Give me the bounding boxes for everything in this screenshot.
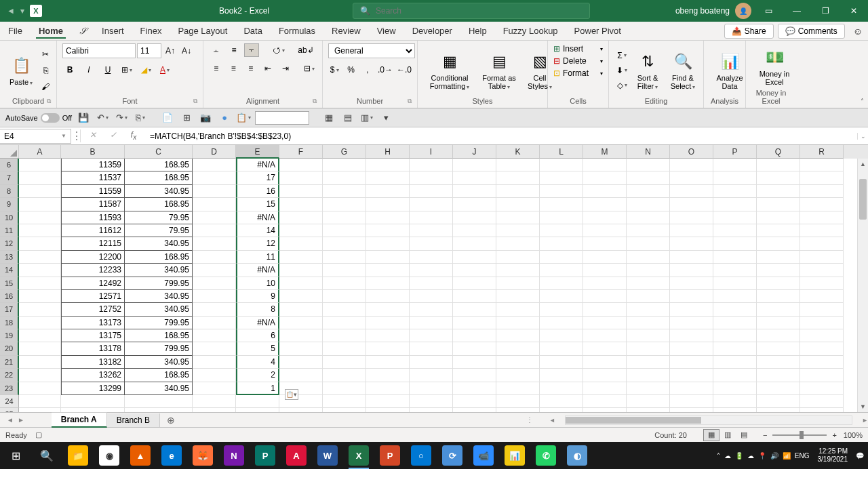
tab-fuzzy-lookup[interactable]: Fuzzy Lookup — [500, 23, 561, 39]
cell[interactable] — [19, 329, 61, 342]
cell[interactable] — [366, 251, 410, 264]
cell[interactable]: #N/A — [236, 211, 279, 224]
cell[interactable]: 340.95 — [125, 290, 193, 303]
cell[interactable] — [496, 382, 540, 395]
cell[interactable] — [800, 277, 844, 290]
zoom-level[interactable]: 100% — [844, 431, 863, 439]
comma-icon[interactable]: , — [361, 63, 374, 77]
onenote-icon[interactable]: N — [218, 442, 250, 469]
back-icon[interactable]: ◄ — [7, 6, 15, 16]
cell[interactable] — [713, 290, 757, 303]
cell[interactable] — [279, 290, 323, 303]
cell[interactable] — [410, 198, 453, 211]
cell[interactable] — [366, 356, 410, 369]
cell[interactable] — [366, 342, 410, 355]
cell[interactable] — [323, 277, 366, 290]
vertical-scrollbar[interactable]: ▲ ▼ — [857, 159, 868, 412]
cell[interactable] — [496, 356, 540, 369]
cell[interactable] — [323, 408, 366, 412]
cell[interactable] — [583, 264, 627, 277]
row-header[interactable]: 11 — [0, 224, 19, 237]
history-icon[interactable]: ▾ — [20, 6, 24, 16]
qat-input[interactable] — [255, 111, 309, 125]
cell[interactable] — [757, 237, 800, 250]
col-header-J[interactable]: J — [453, 145, 496, 159]
cell[interactable] — [627, 211, 670, 224]
cell[interactable] — [193, 408, 236, 412]
cell[interactable] — [279, 329, 323, 342]
tray-onedrive-icon[interactable]: ☁ — [747, 452, 754, 460]
row-header[interactable]: 13 — [0, 251, 19, 264]
feedback-icon[interactable]: ☺ — [853, 26, 863, 37]
cell[interactable] — [19, 264, 61, 277]
scroll-down-icon[interactable]: ▼ — [858, 401, 868, 412]
cell[interactable] — [627, 171, 670, 184]
cell[interactable] — [496, 159, 540, 171]
format-as-table-button[interactable]: ▤Format as Table — [477, 49, 521, 92]
cell[interactable] — [757, 290, 800, 303]
cell[interactable] — [366, 329, 410, 342]
cell[interactable] — [757, 369, 800, 382]
cell[interactable] — [800, 251, 844, 264]
cell[interactable] — [670, 329, 713, 342]
cell[interactable]: 79.95 — [125, 224, 193, 237]
cell[interactable] — [540, 277, 583, 290]
cell[interactable] — [410, 303, 453, 316]
cell[interactable] — [19, 356, 61, 369]
cell[interactable]: #N/A — [236, 159, 279, 171]
cell[interactable]: 9 — [236, 290, 279, 303]
cell[interactable] — [583, 211, 627, 224]
qat-12-icon[interactable]: ▥ — [359, 110, 374, 125]
zoom-app-icon[interactable]: 📹 — [468, 442, 499, 469]
cell[interactable] — [279, 342, 323, 355]
cell[interactable] — [583, 369, 627, 382]
alignment-launcher-icon[interactable]: ⧉ — [313, 98, 317, 105]
cell[interactable]: 15 — [236, 198, 279, 211]
cell[interactable] — [713, 159, 757, 171]
cell[interactable]: 11359 — [61, 159, 125, 171]
cell[interactable] — [713, 395, 757, 408]
cell[interactable]: #N/A — [236, 317, 279, 329]
cell[interactable] — [19, 277, 61, 290]
tray-cloud-icon[interactable]: ☁ — [724, 452, 731, 460]
cell[interactable] — [279, 408, 323, 412]
select-all-corner[interactable] — [0, 145, 19, 159]
cell[interactable] — [627, 264, 670, 277]
cell[interactable]: 168.95 — [125, 369, 193, 382]
cell[interactable] — [453, 356, 496, 369]
cell[interactable] — [323, 382, 366, 395]
cell[interactable] — [193, 342, 236, 355]
cell[interactable] — [800, 329, 844, 342]
cell[interactable] — [366, 408, 410, 412]
cell[interactable] — [670, 251, 713, 264]
cell[interactable] — [323, 303, 366, 316]
cell[interactable] — [713, 317, 757, 329]
cell[interactable] — [540, 382, 583, 395]
cell[interactable] — [670, 185, 713, 198]
qat-7-icon[interactable]: 📷 — [198, 110, 213, 125]
cell[interactable] — [236, 395, 279, 408]
row-header[interactable]: 25 — [0, 408, 19, 412]
col-header-G[interactable]: G — [323, 145, 366, 159]
normal-view-icon[interactable]: ▦ — [703, 429, 719, 441]
col-header-E[interactable]: E — [236, 145, 279, 159]
tray-notifications-icon[interactable]: 💬 — [856, 452, 864, 460]
format-cells-button[interactable]: ⊡Format▾ — [553, 68, 603, 79]
cell[interactable] — [366, 277, 410, 290]
tray-volume-icon[interactable]: 🔊 — [770, 452, 778, 460]
cell[interactable] — [193, 395, 236, 408]
cell[interactable] — [583, 224, 627, 237]
cell[interactable]: 168.95 — [125, 198, 193, 211]
tray-wifi-icon[interactable]: 📶 — [783, 452, 791, 460]
cell[interactable] — [670, 290, 713, 303]
cell[interactable] — [19, 237, 61, 250]
cell[interactable] — [410, 224, 453, 237]
cell[interactable] — [713, 171, 757, 184]
tab-script[interactable]: 𝒮 — [77, 23, 88, 39]
cell[interactable] — [800, 198, 844, 211]
cell[interactable] — [496, 342, 540, 355]
cell[interactable] — [713, 264, 757, 277]
cell[interactable] — [453, 329, 496, 342]
cell[interactable] — [366, 395, 410, 408]
cell[interactable] — [757, 171, 800, 184]
